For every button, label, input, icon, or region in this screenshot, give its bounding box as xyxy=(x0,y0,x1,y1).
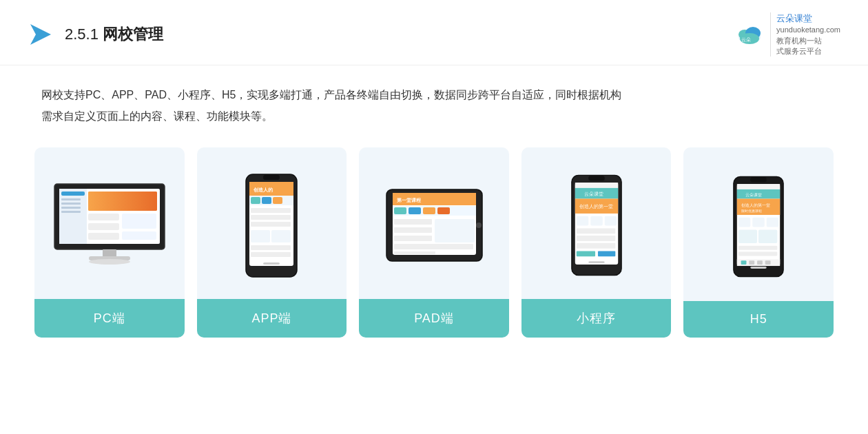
svg-rect-93 xyxy=(757,260,763,265)
svg-rect-87 xyxy=(758,229,777,243)
svg-rect-35 xyxy=(251,222,291,227)
logo-arrow-icon xyxy=(28,21,54,48)
svg-point-23 xyxy=(89,259,130,265)
svg-rect-76 xyxy=(750,177,766,182)
svg-rect-8 xyxy=(59,189,87,244)
svg-rect-70 xyxy=(576,243,615,249)
header-left: 2.5.1 网校管理 xyxy=(28,21,163,48)
svg-rect-68 xyxy=(576,229,615,234)
svg-rect-12 xyxy=(61,207,81,209)
app-phone-mockup-icon: 创造人的 xyxy=(244,172,299,279)
svg-marker-0 xyxy=(30,24,51,45)
svg-rect-9 xyxy=(61,192,85,196)
svg-rect-72 xyxy=(598,251,615,257)
svg-point-43 xyxy=(476,223,482,228)
svg-rect-60 xyxy=(575,183,617,188)
svg-rect-67 xyxy=(604,216,617,226)
brand-text: 云朵课堂 yunduoketang.com 教育机构一站 式服务云平台 xyxy=(770,12,840,56)
svg-rect-34 xyxy=(251,215,291,220)
svg-rect-13 xyxy=(61,211,81,213)
pc-mockup-icon xyxy=(51,180,168,270)
svg-rect-50 xyxy=(437,207,450,214)
svg-rect-36 xyxy=(251,230,270,242)
svg-rect-94 xyxy=(765,260,771,265)
svg-rect-26 xyxy=(263,175,280,180)
description-text: 网校支持PC、APP、PAD、小程序、H5，实现多端打通，产品各终端自由切换，数… xyxy=(41,85,827,127)
svg-rect-32 xyxy=(273,197,282,204)
device-card-miniprogram: 云朵课堂 创造人的第一堂 小程序 xyxy=(521,147,672,338)
miniprogram-phone-mockup-icon: 云朵课堂 创造人的第一堂 xyxy=(570,173,623,278)
device-card-app: 创造人的 APP端 xyxy=(197,147,347,338)
pad-tablet-mockup-icon: 第一堂课程 xyxy=(384,187,484,263)
svg-rect-69 xyxy=(576,236,615,241)
device-card-pad: 第一堂课程 PAD端 xyxy=(359,147,509,338)
pc-image-area xyxy=(40,147,179,299)
miniprogram-image-area: 云朵课堂 创造人的第一堂 xyxy=(559,147,634,299)
svg-text:云朵课堂: 云朵课堂 xyxy=(584,192,603,196)
svg-rect-77 xyxy=(737,184,780,189)
svg-rect-92 xyxy=(750,260,755,265)
h5-label: H5 xyxy=(683,301,834,338)
svg-rect-16 xyxy=(88,214,119,220)
brand-logo: 云朵 云朵课堂 yunduoketang.com 教育机构一站 式服务云平台 xyxy=(734,12,840,56)
svg-rect-65 xyxy=(576,216,588,226)
svg-rect-84 xyxy=(752,217,765,227)
svg-rect-39 xyxy=(251,252,291,257)
svg-rect-37 xyxy=(271,230,291,242)
svg-rect-11 xyxy=(61,203,81,205)
svg-rect-48 xyxy=(409,207,421,214)
svg-rect-17 xyxy=(88,223,119,230)
svg-rect-83 xyxy=(738,217,751,227)
svg-rect-88 xyxy=(738,245,778,249)
device-card-h5: 云朵课堂 创造人的第一堂 限时优惠课程 xyxy=(683,147,834,338)
svg-rect-20 xyxy=(122,231,156,240)
svg-text:创造人的: 创造人的 xyxy=(253,187,273,193)
svg-rect-55 xyxy=(394,244,473,249)
svg-rect-30 xyxy=(251,197,260,204)
pad-image-area: 第一堂课程 xyxy=(373,147,495,299)
svg-text:云朵: 云朵 xyxy=(741,37,751,42)
svg-rect-51 xyxy=(394,219,432,225)
page-header: 2.5.1 网校管理 云朵 云朵课堂 yunduoketang.com 教育机构… xyxy=(0,0,868,65)
description-section: 网校支持PC、APP、PAD、小程序、H5，实现多端打通，产品各终端自由切换，数… xyxy=(0,65,868,134)
svg-rect-52 xyxy=(394,227,432,233)
svg-text:限时优惠课程: 限时优惠课程 xyxy=(741,209,762,213)
svg-rect-66 xyxy=(590,216,603,226)
h5-phone-mockup-icon: 云朵课堂 创造人的第一堂 限时优惠课程 xyxy=(732,174,785,279)
svg-rect-10 xyxy=(61,198,81,200)
pad-label: PAD端 xyxy=(359,299,509,338)
miniprogram-label: 小程序 xyxy=(521,299,672,338)
app-image-area: 创造人的 xyxy=(233,147,310,299)
svg-rect-31 xyxy=(262,197,271,204)
svg-text:创造人的第一堂: 创造人的第一堂 xyxy=(741,203,770,207)
pc-label: PC端 xyxy=(34,299,185,338)
svg-rect-85 xyxy=(767,217,779,227)
page-container: 2.5.1 网校管理 云朵 云朵课堂 yunduoketang.com 教育机构… xyxy=(0,0,868,434)
svg-rect-40 xyxy=(263,262,280,265)
svg-rect-18 xyxy=(88,233,119,240)
svg-rect-89 xyxy=(738,251,778,256)
svg-rect-47 xyxy=(394,207,406,214)
svg-rect-15 xyxy=(88,192,157,211)
svg-rect-38 xyxy=(251,245,291,250)
svg-rect-71 xyxy=(576,251,595,257)
h5-image-area: 云朵课堂 创造人的第一堂 限时优惠课程 xyxy=(721,147,796,301)
svg-rect-19 xyxy=(122,214,156,229)
svg-rect-59 xyxy=(588,176,604,180)
svg-text:云朵课堂: 云朵课堂 xyxy=(745,192,762,196)
cards-section: PC端 创造人的 xyxy=(0,134,868,358)
svg-rect-33 xyxy=(251,208,291,213)
svg-rect-53 xyxy=(394,236,432,241)
app-label: APP端 xyxy=(197,299,347,338)
svg-rect-73 xyxy=(588,261,604,263)
svg-text:第一堂课程: 第一堂课程 xyxy=(397,197,422,203)
page-title: 2.5.1 网校管理 xyxy=(65,24,163,45)
svg-rect-49 xyxy=(423,207,435,214)
svg-text:创造人的第一堂: 创造人的第一堂 xyxy=(579,204,612,209)
device-card-pc: PC端 xyxy=(34,147,185,338)
brand-cloud-icon: 云朵 xyxy=(734,19,765,50)
svg-rect-86 xyxy=(738,229,757,243)
header-right: 云朵 云朵课堂 yunduoketang.com 教育机构一站 式服务云平台 xyxy=(734,12,840,56)
svg-rect-54 xyxy=(435,219,475,242)
svg-rect-95 xyxy=(750,267,766,269)
